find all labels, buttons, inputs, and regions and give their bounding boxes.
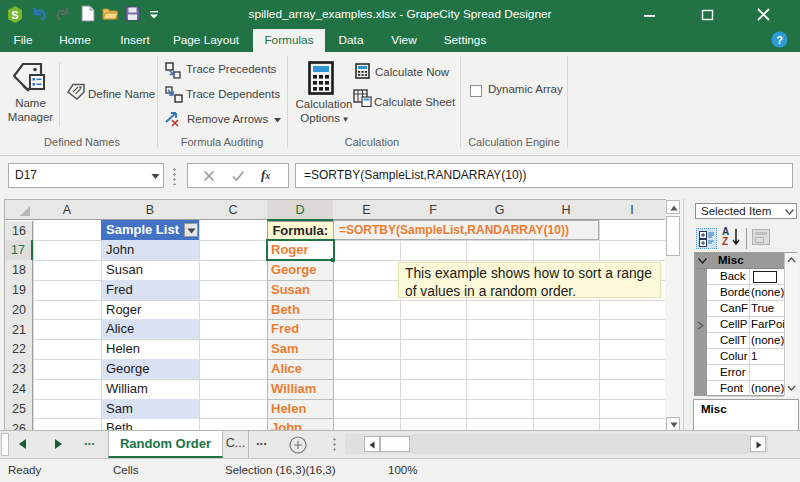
svg-text:?: ?: [776, 34, 783, 46]
